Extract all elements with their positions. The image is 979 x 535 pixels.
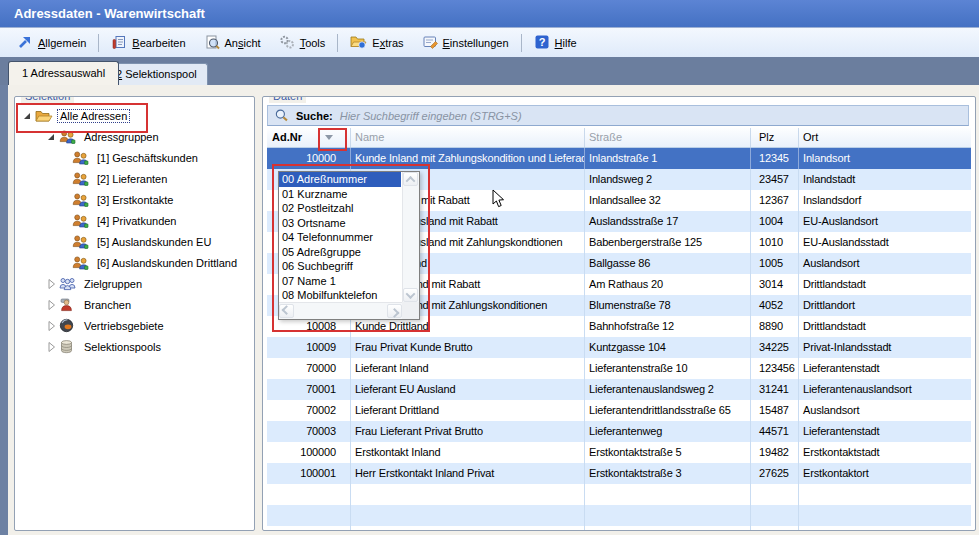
bearbeiten-icon — [111, 34, 127, 52]
allgemein-icon — [17, 34, 33, 52]
search-input[interactable]: Hier Suchbegriff eingeben (STRG+S) — [340, 110, 522, 122]
tree-item-adressgruppen[interactable]: Adressgruppen — [15, 126, 254, 147]
menu-separator — [521, 34, 522, 52]
menu-bar: Allgemein Bearbeiten Ansicht Tools Extra… — [0, 28, 979, 57]
tree-item-geschaeftskunden[interactable]: [1] Geschäftskunden — [15, 147, 254, 168]
scroll-down-button[interactable] — [403, 288, 418, 302]
menu-item-bearbeiten[interactable]: Bearbeiten — [102, 32, 194, 54]
address-group-icon — [72, 234, 90, 250]
industry-icon — [59, 297, 77, 313]
tree-item-label[interactable]: [5] Auslandskunden EU — [94, 235, 214, 249]
table-row[interactable]: 70001Lieferant EU AuslandLieferantenausl… — [267, 379, 971, 400]
scroll-up-button[interactable] — [403, 172, 418, 186]
search-bar[interactable]: Suche: Hier Suchbegriff eingeben (STRG+S… — [267, 105, 969, 126]
table-row[interactable]: 70000Lieferant InlandLieferantenstraße 1… — [267, 358, 971, 379]
selektion-group-label: Selektion — [21, 96, 74, 103]
dropdown-item[interactable]: 08 Mobilfunktelefon — [279, 288, 401, 303]
menu-item-tools[interactable]: Tools — [270, 32, 335, 54]
collapse-arrow-icon[interactable] — [45, 278, 57, 290]
tree-item-zielgruppen[interactable]: Zielgruppen — [15, 273, 254, 294]
column-header-name[interactable]: Name — [351, 128, 585, 147]
tree-item-alle-adressen[interactable]: Alle Adressen — [15, 105, 254, 126]
tree-item-label[interactable]: [4] Privatkunden — [94, 214, 180, 228]
menu-item-einstellungen[interactable]: Einstellungen — [413, 32, 518, 54]
tree-item-erstkontakte[interactable]: [3] Erstkontakte — [15, 189, 254, 210]
chevron-left-icon — [282, 305, 292, 315]
collapse-arrow-icon[interactable] — [45, 320, 57, 332]
extras-icon — [350, 34, 367, 51]
column-header-plz[interactable]: Plz — [751, 128, 799, 147]
tree-item-auslandskunden-eu[interactable]: [5] Auslandskunden EU — [15, 231, 254, 252]
table-row[interactable]: 10009Frau Privat Kunde BruttoKuntzgasse … — [267, 337, 971, 358]
address-group-icon — [72, 171, 90, 187]
tree-item-label[interactable]: [1] Geschäftskunden — [94, 151, 201, 165]
table-row[interactable]: 70003Frau Lieferant Privat BruttoLiefera… — [267, 421, 971, 442]
target-groups-icon — [59, 276, 77, 292]
dropdown-item[interactable]: 01 Kurzname — [279, 187, 401, 202]
tree-item-label[interactable]: Branchen — [81, 298, 134, 312]
dropdown-item[interactable]: 07 Name 1 — [279, 274, 401, 289]
scroll-left-button[interactable] — [279, 304, 294, 318]
table-row[interactable]: 70002Lieferant DrittlandLieferantendritt… — [267, 400, 971, 421]
address-group-icon — [72, 192, 90, 208]
table-row-empty — [267, 484, 971, 505]
tree-item-label[interactable]: Adressgruppen — [81, 130, 162, 144]
dropdown-item[interactable]: 03 Ortsname — [279, 216, 401, 231]
dropdown-item[interactable]: 04 Telefonnummer — [279, 230, 401, 245]
window-title: Adressdaten - Warenwirtschaft — [14, 6, 205, 21]
scroll-right-button[interactable] — [387, 304, 402, 318]
horizontal-scrollbar[interactable] — [279, 302, 402, 319]
tree-item-label[interactable]: [3] Erstkontakte — [94, 193, 176, 207]
globe-icon — [59, 318, 77, 334]
tab-strip: 1 Adressauswahl 2 Selektionspool — [0, 57, 979, 85]
table-row[interactable]: 100001Herr Erstkontakt Inland PrivatErst… — [267, 463, 971, 484]
tree-item-lieferanten[interactable]: [2] Lieferanten — [15, 168, 254, 189]
svg-text:?: ? — [538, 36, 545, 48]
column-header-ort[interactable]: Ort — [799, 128, 971, 147]
database-icon — [59, 339, 77, 355]
chevron-up-icon — [406, 175, 416, 185]
column-header-strasse[interactable]: Straße — [585, 128, 751, 147]
tree-item-label[interactable]: [2] Lieferanten — [94, 172, 170, 186]
tree-item-label[interactable]: [6] Auslandskunden Drittland — [94, 256, 240, 270]
table-row[interactable]: 10000Kunde Inland mit Zahlungskondition … — [267, 148, 971, 169]
tree-item-privatkunden[interactable]: [4] Privatkunden — [15, 210, 254, 231]
menu-separator — [98, 34, 99, 52]
tree-item-auslandskunden-drittland[interactable]: [6] Auslandskunden Drittland — [15, 252, 254, 273]
chevron-right-icon — [390, 307, 400, 317]
expand-arrow-icon[interactable] — [45, 131, 57, 143]
expand-arrow-icon[interactable] — [21, 110, 33, 122]
dropdown-item[interactable]: 05 Adreßgruppe — [279, 245, 401, 260]
vertical-scrollbar[interactable] — [402, 172, 419, 302]
tree-item-label[interactable]: Alle Adressen — [57, 109, 130, 123]
menu-separator — [337, 34, 338, 52]
dropdown-item[interactable]: 00 Adreßnummer — [279, 172, 401, 187]
tree-item-label[interactable]: Zielgruppen — [81, 277, 145, 291]
dropdown-item[interactable]: 02 Postleitzahl — [279, 201, 401, 216]
table-row[interactable]: 100000Erstkontakt InlandErstkontaktstraß… — [267, 442, 971, 463]
menu-item-ansicht[interactable]: Ansicht — [195, 32, 270, 54]
tools-icon — [279, 34, 295, 52]
selektion-panel: Selektion Alle Adressen Adressgruppen [1… — [14, 96, 255, 531]
collapse-arrow-icon[interactable] — [45, 299, 57, 311]
tab-adressauswahl[interactable]: 1 Adressauswahl — [8, 61, 119, 85]
menu-item-extras[interactable]: Extras — [341, 32, 412, 54]
address-group-icon — [72, 150, 90, 166]
address-group-icon — [72, 255, 90, 271]
table-header: Ad.Nr Name Straße Plz Ort — [267, 128, 971, 148]
hilfe-icon: ? — [534, 34, 550, 52]
table-row-empty — [267, 526, 971, 531]
tree-item-label[interactable]: Selektionspools — [81, 340, 164, 354]
dropdown-item[interactable]: 06 Suchbegriff — [279, 259, 401, 274]
column-header-adnr[interactable]: Ad.Nr — [267, 128, 351, 147]
tree-item-branchen[interactable]: Branchen — [15, 294, 254, 315]
tree-item-vertriebsgebiete[interactable]: Vertriebsgebiete — [15, 315, 254, 336]
daten-group-label: Daten — [269, 96, 306, 103]
tab-selektionspool[interactable]: 2 Selektionspool — [105, 63, 208, 85]
collapse-arrow-icon[interactable] — [45, 341, 57, 353]
tree-item-label[interactable]: Vertriebsgebiete — [81, 319, 167, 333]
menu-item-allgemein[interactable]: Allgemein — [8, 32, 95, 54]
filter-dropdown-button[interactable] — [320, 130, 338, 145]
tree-item-selektionspools[interactable]: Selektionspools — [15, 336, 254, 357]
menu-item-hilfe[interactable]: ? Hilfe — [525, 32, 586, 54]
